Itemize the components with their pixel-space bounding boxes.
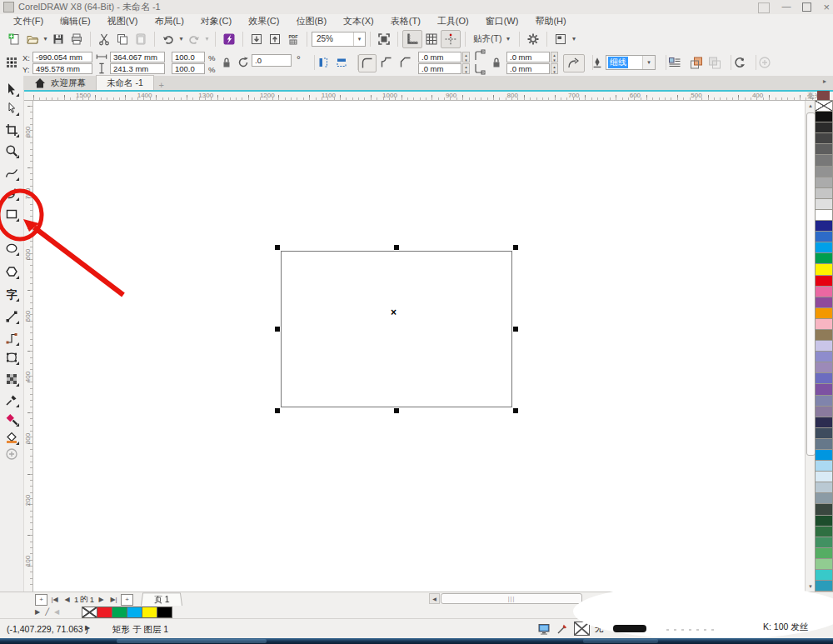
menu-item-2[interactable]: 视图(V)	[99, 14, 147, 28]
wrap-text-icon[interactable]	[666, 54, 683, 71]
dropdown-arrow-icon[interactable]: ▾	[570, 35, 577, 42]
palette-swatch[interactable]	[815, 132, 833, 144]
tab-welcome-screen[interactable]: 欢迎屏幕	[23, 76, 96, 90]
selected-rectangle[interactable]: ×	[281, 251, 512, 407]
palette-swatch[interactable]	[815, 318, 833, 330]
corner-radius-br-field[interactable]: .0 mm	[506, 63, 550, 74]
palette-swatch[interactable]	[815, 275, 833, 287]
y-position-field[interactable]: 495.578 mm	[32, 63, 92, 74]
object-width-field[interactable]: 364.067 mm	[110, 52, 165, 62]
scalloped-corner-icon[interactable]	[378, 54, 395, 71]
dropdown-arrow-icon[interactable]: ▾	[177, 35, 185, 42]
doc-palette-swatch[interactable]	[97, 607, 112, 618]
menu-item-10[interactable]: 窗口(W)	[477, 14, 527, 28]
edit-corners-together-icon[interactable]	[488, 54, 505, 71]
rectangle-tool[interactable]	[2, 205, 21, 223]
palette-swatch[interactable]	[815, 438, 833, 450]
palette-swatch[interactable]	[815, 515, 833, 527]
doc-palette-swatch[interactable]	[112, 607, 127, 618]
freehand-tool[interactable]	[2, 164, 21, 182]
menu-item-0[interactable]: 文件(F)	[5, 14, 52, 28]
options-icon[interactable]	[524, 31, 542, 47]
object-height-field[interactable]: 241.3 mm	[110, 63, 165, 74]
palette-swatch[interactable]	[815, 351, 833, 362]
ellipse-tool[interactable]	[2, 239, 21, 257]
palette-swatch[interactable]	[815, 449, 833, 461]
lock-ratio-icon[interactable]	[218, 54, 235, 71]
corner-radius-bl-field[interactable]: .0 mm	[418, 63, 461, 74]
handle-top-right[interactable]	[513, 245, 518, 250]
add-page-before-button[interactable]: +	[35, 594, 47, 606]
parallel-dimension-tool[interactable]	[2, 307, 21, 326]
palette-swatch[interactable]	[815, 307, 833, 319]
next-page-icon[interactable]: ▶	[96, 596, 107, 603]
handle-bottom-center[interactable]	[394, 408, 399, 413]
handle-top-left[interactable]	[275, 245, 280, 250]
scroll-left-icon[interactable]: ◀	[429, 593, 440, 604]
convert-to-curves-icon[interactable]	[731, 54, 748, 71]
palette-swatch[interactable]	[815, 471, 833, 482]
zoom-level-select[interactable]: 25%▾	[312, 32, 366, 47]
vertical-ruler[interactable]: 800700600500400300200100	[23, 101, 33, 592]
artistic-media-tool[interactable]	[2, 184, 21, 202]
doc-palette-swatch[interactable]	[157, 607, 172, 618]
show-grid-icon[interactable]	[422, 31, 441, 47]
palette-swatch[interactable]	[815, 187, 833, 199]
cut-icon[interactable]	[95, 31, 113, 47]
new-document-tab-button[interactable]: +	[154, 80, 169, 90]
import-icon[interactable]	[247, 31, 266, 47]
palette-swatch[interactable]	[815, 395, 833, 407]
envelope-tool[interactable]	[2, 348, 21, 367]
undo-icon[interactable]	[159, 31, 177, 47]
palette-swatch[interactable]	[815, 166, 833, 177]
palette-swatch[interactable]	[815, 417, 833, 428]
palette-swatch[interactable]	[815, 242, 833, 253]
add-page-after-button[interactable]: +	[121, 594, 133, 606]
show-rulers-icon[interactable]	[402, 30, 422, 48]
palette-swatch[interactable]	[815, 503, 833, 515]
horizontal-ruler[interactable]: 毫米 1500140013001200110010009008007006005…	[23, 90, 833, 101]
palette-swatch[interactable]	[815, 580, 833, 592]
palette-scroll-up-button[interactable]	[817, 91, 830, 100]
palette-swatch[interactable]	[815, 231, 833, 242]
paste-icon[interactable]	[132, 31, 150, 47]
round-corner-icon[interactable]	[358, 54, 377, 72]
menu-item-4[interactable]: 对象(C)	[192, 14, 240, 28]
doc-palette-no-color-swatch[interactable]	[82, 607, 97, 618]
zoom-tool[interactable]	[2, 142, 21, 160]
doc-palette-swatch[interactable]	[127, 607, 142, 618]
palette-swatch[interactable]	[815, 362, 833, 373]
x-position-field[interactable]: -990.054 mm	[32, 52, 92, 62]
palette-swatch[interactable]	[815, 569, 833, 581]
palette-swatch[interactable]	[815, 111, 833, 122]
scale-x-field[interactable]: 100.0	[172, 52, 205, 62]
handle-middle-left[interactable]	[275, 327, 280, 332]
object-center-marker[interactable]: ×	[391, 307, 397, 318]
add-property-icon[interactable]	[756, 54, 773, 71]
crop-tool[interactable]	[2, 121, 21, 139]
fullscreen-preview-icon[interactable]	[375, 31, 393, 47]
dropdown-arrow-icon[interactable]: ▾	[642, 56, 655, 69]
menu-item-8[interactable]: 表格(T)	[382, 14, 429, 28]
dropdown-arrow-icon[interactable]: ▾	[203, 35, 211, 42]
print-icon[interactable]	[67, 31, 86, 47]
palette-swatch[interactable]	[815, 547, 833, 559]
windows-taskbar[interactable]	[0, 638, 833, 644]
menu-item-1[interactable]: 编辑(E)	[52, 14, 99, 28]
handle-top-center[interactable]	[394, 245, 399, 250]
doc-palette-swatch[interactable]	[142, 607, 157, 618]
docker-expand-icon[interactable]: ▸	[823, 77, 826, 85]
copy-icon[interactable]	[113, 31, 132, 47]
snap-to-dropdown[interactable]: 贴齐(T)▾	[470, 33, 515, 45]
palette-swatch[interactable]	[815, 286, 833, 297]
status-expand-icon[interactable]: ▶	[85, 624, 90, 632]
palette-swatch[interactable]	[815, 340, 833, 352]
save-icon[interactable]	[49, 31, 67, 47]
show-guidelines-icon[interactable]	[441, 30, 461, 48]
palette-swatch[interactable]	[815, 460, 833, 472]
palette-swatch[interactable]	[815, 482, 833, 493]
export-icon[interactable]	[266, 31, 284, 47]
connector-tool[interactable]	[2, 329, 21, 347]
palette-swatch[interactable]	[815, 297, 833, 308]
redo-icon[interactable]	[185, 31, 203, 47]
